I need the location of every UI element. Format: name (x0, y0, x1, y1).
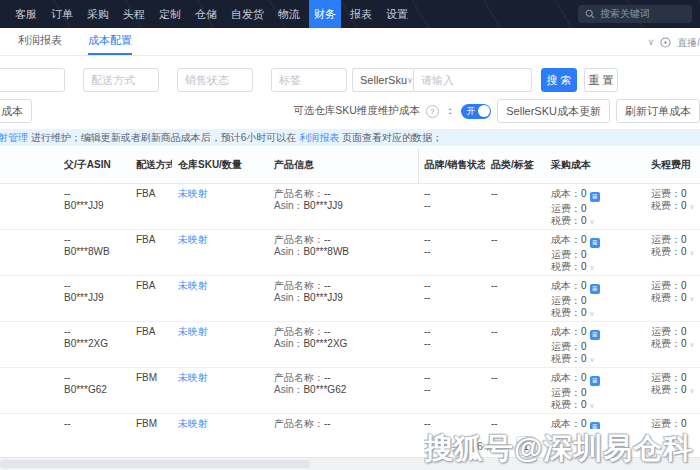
chevron-down-icon[interactable]: ∨ (690, 295, 695, 302)
column-header: 配送方式 (130, 148, 172, 183)
mapping-cell: 未映射 (172, 229, 268, 275)
product-cell: 产品名称：--Asin：B0***G62 (268, 367, 418, 413)
head-freight-cell: 运费：0税费：0∨ (645, 229, 700, 275)
horizontal-scrollbar-thumb[interactable] (0, 460, 310, 468)
category-tag-cell: -- (485, 367, 545, 413)
chevron-down-icon[interactable]: ∨ (590, 356, 595, 363)
product-cell: 产品名称：--Asin：B0***2XG (268, 321, 418, 367)
chevron-down-icon[interactable]: ∨ (690, 387, 695, 394)
nav-item-采购[interactable]: 采购 (82, 0, 114, 28)
brand-status-cell: ---- (418, 275, 485, 321)
chevron-down-icon[interactable]: ∨ (590, 264, 595, 271)
tag-select[interactable] (271, 68, 347, 92)
unmapped-link[interactable]: 未映射 (178, 188, 208, 199)
select-cell (0, 367, 58, 413)
toolbar-row: 成本 可选仓库SKU维度维护成本 ? ： 开 SellerSKU成本更新 刷新订… (0, 98, 700, 124)
head-freight-cell: 运费：0税费：0∨ (645, 413, 700, 429)
unmapped-link[interactable]: 未映射 (178, 372, 208, 383)
mapping-cell: 未映射 (172, 367, 268, 413)
asin-cell: --B0***JJ9 (58, 275, 130, 321)
sellersku-cost-update-button[interactable]: SellerSKU成本更新 (497, 99, 610, 123)
nav-item-物流[interactable]: 物流 (273, 0, 305, 28)
tab-利润报表[interactable]: 利润报表 (18, 28, 62, 55)
delivery-method-select[interactable] (83, 68, 159, 92)
filter-row: SellerSku ∨ 搜 索 重 置 (0, 68, 700, 92)
nav-item-自发货[interactable]: 自发货 (226, 0, 269, 28)
refresh-order-cost-button[interactable]: 刷新订单成本 (616, 99, 700, 123)
sellersku-input[interactable] (414, 68, 532, 92)
mapping-cell: 未映射 (172, 321, 268, 367)
select-cell (0, 183, 58, 229)
table-row: --B0***JJ9FBA未映射产品名称：--Asin：B0***JJ9----… (0, 275, 700, 321)
cost-detail-icon[interactable] (590, 238, 600, 248)
table-header-row: 父/子ASIN配送方式仓库SKU/数量产品信息品牌/销售状态品类/标签采购成本头… (0, 148, 700, 183)
category-tag-cell: -- (485, 229, 545, 275)
info-icon[interactable]: ? (426, 105, 439, 118)
column-header: 头程费用 (645, 148, 700, 183)
play-circle-icon[interactable] (660, 37, 671, 48)
asin-cell: --B0***JJ9 (58, 183, 130, 229)
top-navbar: 客服订单采购头程定制仓储自发货物流财务报表设置 搜索关键词 (0, 0, 700, 28)
global-search-box[interactable]: 搜索关键词 (578, 5, 692, 23)
chevron-down-icon: ∨ (407, 76, 413, 85)
delivery-cell: FBA (130, 321, 172, 367)
purchase-cost-cell: 成本：0运费：0税费：0∨ (545, 367, 645, 413)
nav-item-订单[interactable]: 订单 (46, 0, 78, 28)
chevron-down-icon[interactable]: ∨ (690, 341, 695, 348)
head-freight-cell: 运费：0税费：0∨ (645, 275, 700, 321)
nav-item-设置[interactable]: 设置 (381, 0, 413, 28)
brand-status-cell: ---- (418, 183, 485, 229)
cost-detail-icon[interactable] (590, 284, 600, 294)
live-help-link[interactable]: 直播/ (677, 30, 700, 55)
nav-item-财务[interactable]: 财务 (309, 0, 341, 28)
unmapped-link[interactable]: 未映射 (178, 234, 208, 245)
tab-bar: 利润报表成本配置 ∨ 直播/ (0, 28, 700, 56)
tab-成本配置[interactable]: 成本配置 (88, 28, 132, 55)
purchase-cost-cell: 成本：0运费：0税费：0∨ (545, 321, 645, 367)
sellersku-filter-group: SellerSku ∨ (352, 68, 532, 92)
cost-table-wrap: 父/子ASIN配送方式仓库SKU/数量产品信息品牌/销售状态品类/标签采购成本头… (0, 148, 700, 429)
unmapped-link[interactable]: 未映射 (178, 280, 208, 291)
chevron-down-icon[interactable]: ∨ (690, 249, 695, 256)
nav-item-仓储[interactable]: 仓储 (190, 0, 222, 28)
reset-button[interactable]: 重 置 (584, 68, 618, 92)
unmapped-link[interactable]: 未映射 (178, 418, 208, 429)
asin-cell: --B0***G62 (58, 367, 130, 413)
main-filter-input[interactable] (0, 68, 65, 92)
main-menu: 客服订单采购头程定制仓储自发货物流财务报表设置 (8, 0, 415, 28)
chevron-down-icon[interactable]: ∨ (590, 310, 595, 317)
unmapped-link[interactable]: 未映射 (178, 326, 208, 337)
chevron-down-icon[interactable]: ∨ (690, 203, 695, 210)
chevron-down-icon[interactable]: ∨ (648, 30, 655, 55)
watermark: 搜狐号@深圳易仓科 (424, 429, 700, 469)
column-header: 仓库SKU/数量 (172, 148, 268, 183)
warehouse-sku-toggle[interactable]: 开 (461, 104, 491, 119)
delivery-cell: FBA (130, 183, 172, 229)
mapping-manage-link[interactable]: 映射管理 (0, 132, 28, 143)
tabbar-right: ∨ 直播/ (648, 30, 700, 55)
asin-cell: --B0***3LX (58, 413, 130, 429)
asin-cell: --B0***2XG (58, 321, 130, 367)
column-header: 父/子ASIN (58, 148, 130, 183)
cost-detail-icon[interactable] (590, 422, 600, 430)
select-cell (0, 321, 58, 367)
sellersku-select[interactable]: SellerSku ∨ (352, 68, 414, 92)
profit-report-link[interactable]: 利润报表 (299, 132, 339, 143)
asin-cell: --B0***8WB (58, 229, 130, 275)
chevron-down-icon[interactable]: ∨ (590, 402, 595, 409)
table-row: --B0***8WBFBA未映射产品名称：--Asin：B0***8WB----… (0, 229, 700, 275)
cost-detail-icon[interactable] (590, 376, 600, 386)
delivery-cell: FBA (130, 229, 172, 275)
purchase-cost-cell: 成本：0运费：0税费：0∨ (545, 413, 645, 429)
sales-status-select[interactable] (177, 68, 253, 92)
nav-item-客服[interactable]: 客服 (10, 0, 42, 28)
chevron-down-icon[interactable]: ∨ (590, 218, 595, 225)
cost-detail-icon[interactable] (590, 192, 600, 202)
nav-item-头程[interactable]: 头程 (118, 0, 150, 28)
maintain-cost-button[interactable]: 成本 (0, 99, 32, 123)
search-button[interactable]: 搜 索 (541, 68, 577, 92)
cost-detail-icon[interactable] (590, 330, 600, 340)
category-tag-cell: -- (485, 183, 545, 229)
nav-item-定制[interactable]: 定制 (154, 0, 186, 28)
nav-item-报表[interactable]: 报表 (345, 0, 377, 28)
